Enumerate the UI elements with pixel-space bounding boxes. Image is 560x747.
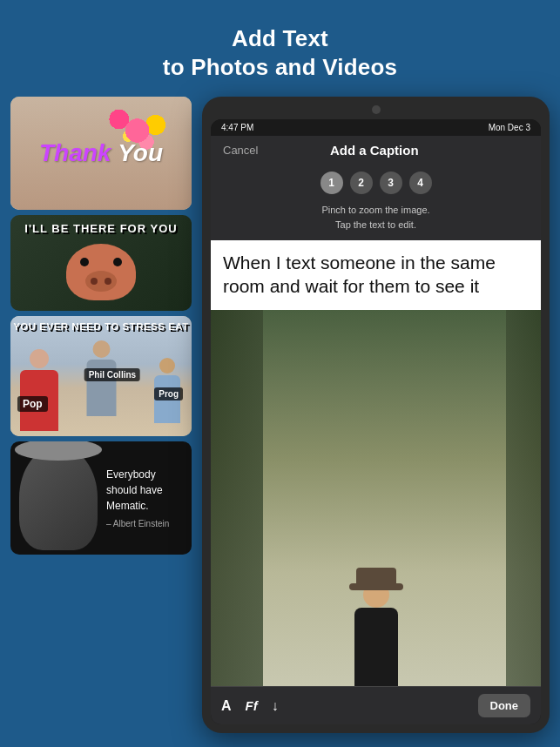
hint-text: Pinch to zoom the image. Tap the text to… xyxy=(211,198,541,240)
text-style-button[interactable]: A xyxy=(221,698,232,714)
nav-bar: Cancel Add a Caption xyxy=(211,136,541,165)
content-area: Thank You I'LL BE THERE FOR YOU YOU EVER… xyxy=(0,97,560,744)
step-3[interactable]: 3 xyxy=(380,172,402,194)
head-center xyxy=(92,340,110,358)
thank-text: Thank xyxy=(39,139,111,166)
meme-card-distracted[interactable]: YOU EVER NEED TO STRESS EAT Phil Collins… xyxy=(10,316,192,436)
person-center xyxy=(82,340,121,436)
download-button[interactable]: ↓ xyxy=(272,698,279,714)
done-button[interactable]: Done xyxy=(478,694,531,717)
nav-cancel-button[interactable]: Cancel xyxy=(223,144,258,157)
photo-person xyxy=(354,582,398,686)
tree-left xyxy=(211,310,263,686)
you-text: You xyxy=(118,139,163,166)
meme-distracted-top-text: YOU EVER NEED TO STRESS EAT xyxy=(10,321,192,332)
tablet-screen: 4:47 PM Mon Dec 3 Cancel Add a Caption 1… xyxy=(211,119,541,724)
pig-nostril-left xyxy=(91,278,98,285)
font-button[interactable]: Ff xyxy=(246,698,258,713)
meme-thumbnails: Thank You I'LL BE THERE FOR YOU YOU EVER… xyxy=(10,97,192,733)
head-left xyxy=(30,349,49,368)
pig-eye-left xyxy=(80,258,89,266)
tree-right xyxy=(506,310,541,686)
step-2[interactable]: 2 xyxy=(350,172,373,194)
pig-illustration xyxy=(66,244,136,300)
meme-pig-text: I'LL BE THERE FOR YOU xyxy=(10,222,192,235)
einstein-hair xyxy=(15,441,102,461)
meme-text-content: When I text someone in the same room and… xyxy=(223,251,529,299)
meme-card-pig[interactable]: I'LL BE THERE FOR YOU xyxy=(10,215,192,311)
meme-einstein-text: Everybody should have Mematic. – Albert … xyxy=(98,460,192,537)
pig-eye-right xyxy=(113,258,122,266)
tablet-container: 4:47 PM Mon Dec 3 Cancel Add a Caption 1… xyxy=(202,97,550,733)
meme-card-einstein[interactable]: Everybody should have Mematic. – Albert … xyxy=(10,441,192,555)
label-phil-collins: Phil Collins xyxy=(84,368,140,381)
meme-card-thank-you[interactable]: Thank You xyxy=(10,97,192,210)
meme-text-area[interactable]: When I text someone in the same room and… xyxy=(211,240,541,310)
label-pop: Pop xyxy=(17,396,48,412)
tablet-camera xyxy=(372,105,381,114)
pig-nostril-right xyxy=(105,278,111,285)
toolbar-icons: A Ff ↓ xyxy=(221,698,279,714)
header-line2: to Photos and Videos xyxy=(163,54,397,80)
tablet-device: 4:47 PM Mon Dec 3 Cancel Add a Caption 1… xyxy=(202,97,550,733)
step-4[interactable]: 4 xyxy=(409,172,432,194)
step-1[interactable]: 1 xyxy=(320,172,343,194)
photo-person-hat xyxy=(356,568,396,585)
bottom-toolbar: A Ff ↓ Done xyxy=(211,686,541,724)
photo-area xyxy=(211,310,541,686)
person-left xyxy=(17,349,61,436)
status-time: 4:47 PM xyxy=(221,123,253,132)
hint-line1: Pinch to zoom the image. xyxy=(211,203,541,218)
einstein-illustration xyxy=(19,446,98,550)
photo-person-head xyxy=(363,582,389,608)
photo-person-body xyxy=(354,608,398,686)
step-indicators: 1 2 3 4 xyxy=(211,165,541,198)
head-right xyxy=(159,358,175,374)
header-title: Add Text to Photos and Videos xyxy=(17,24,543,81)
label-prog: Prog xyxy=(154,387,183,400)
header-line1: Add Text xyxy=(232,25,328,51)
einstein-quote: Everybody should have Mematic. xyxy=(106,467,183,514)
hint-line2: Tap the text to edit. xyxy=(211,218,541,232)
status-date: Mon Dec 3 xyxy=(489,123,530,132)
nav-title: Add a Caption xyxy=(330,143,419,158)
einstein-attribution: – Albert Einstein xyxy=(106,517,183,530)
header: Add Text to Photos and Videos xyxy=(0,0,560,97)
pig-snout xyxy=(85,271,117,292)
meme-thank-you-text: Thank You xyxy=(39,139,163,167)
status-bar: 4:47 PM Mon Dec 3 xyxy=(211,119,541,136)
